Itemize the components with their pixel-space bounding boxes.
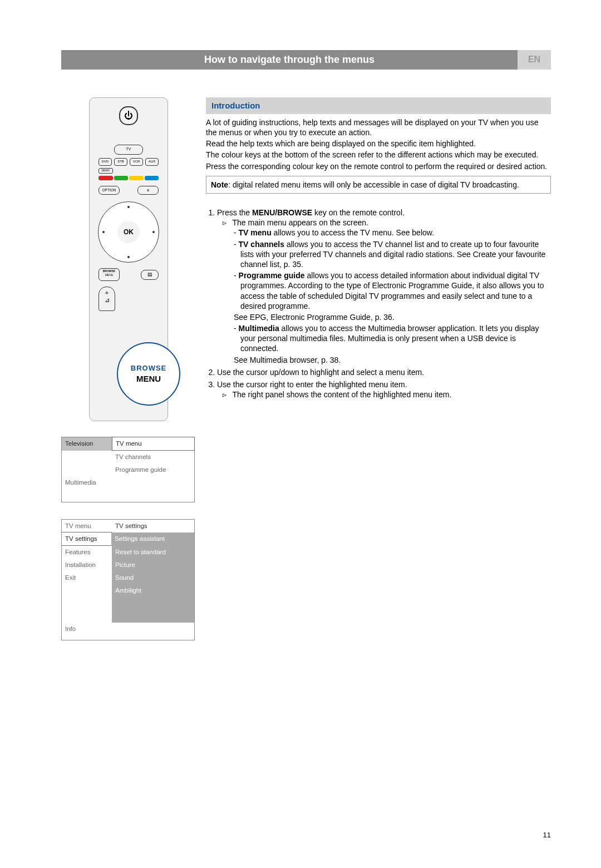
main-menu-preview: Television TV menu TV channels Programme… [61, 437, 195, 502]
tv-button: TV [114, 145, 143, 155]
vcr-button: VCR [130, 158, 143, 166]
color-keys [98, 176, 159, 180]
page-number: 11 [543, 831, 551, 840]
step-2: Use the cursor up/down to highlight and … [217, 367, 551, 377]
page-title: How to navigate through the menus [61, 50, 518, 70]
step-1: Press the MENU/BROWSE key on the remote … [217, 208, 551, 365]
osd2-picture: Picture [112, 559, 194, 571]
introduction-text: A lot of guiding instructions, help text… [206, 117, 551, 171]
option-button: OPTION [98, 186, 120, 195]
red-key [98, 176, 113, 180]
browse-menu-callout: BROWSE MENU [111, 345, 184, 401]
stb-button: STB [114, 158, 127, 166]
green-key [114, 176, 129, 180]
osd-television: Television [62, 437, 112, 451]
osd2-installation: Installation [62, 559, 112, 571]
osd2-exit: Exit [62, 571, 112, 584]
osd2-info: Info [62, 623, 194, 635]
introduction-heading: Introduction [206, 97, 551, 114]
a-button: a [137, 186, 159, 195]
manual-page: How to navigate through the menus EN ⏻ T… [0, 0, 601, 868]
aux-button: AUX [145, 158, 159, 166]
dpad: OK [98, 201, 159, 263]
osd-tv-channels: TV channels [112, 451, 194, 463]
volume-button: + ⊿ [98, 287, 115, 311]
osd2-settings-assistant: Settings assistant [111, 532, 194, 546]
note-box: Note: digital related menu items will on… [206, 176, 551, 194]
tv-menu-preview: TV menu TV settings TV settings Settings… [61, 519, 195, 640]
left-column: ⏻ TV DVD STB VCR AUX DEMO [61, 97, 195, 657]
osd2-head-right: TV settings [112, 520, 194, 532]
triangle-icon: ▹ [223, 389, 228, 400]
blue-key [145, 176, 159, 180]
language-badge: EN [518, 50, 551, 70]
osd2-sound: Sound [112, 571, 194, 584]
dvd-button: DVD [98, 158, 112, 166]
osd-tv-menu: TV menu [112, 437, 195, 451]
osd2-head-left: TV menu [62, 520, 112, 532]
remote-illustration: ⏻ TV DVD STB VCR AUX DEMO [78, 97, 178, 420]
steps-list: Press the MENU/BROWSE key on the remote … [206, 208, 551, 400]
osd2-features: Features [62, 546, 112, 559]
page-header: How to navigate through the menus EN [61, 50, 551, 70]
osd-multimedia: Multimedia [62, 476, 112, 489]
right-column: Introduction A lot of guiding instructio… [206, 97, 551, 657]
osd2-tv-settings: TV settings [62, 532, 112, 546]
power-icon: ⏻ [119, 106, 138, 125]
yellow-key [129, 176, 144, 180]
step-3: Use the cursor right to enter the highli… [217, 379, 551, 400]
browse-menu-button: BROWSE MENU [98, 268, 120, 281]
teletext-icon: ▤ [141, 270, 159, 280]
osd2-reset: Reset to standard [112, 546, 194, 559]
osd2-ambilight: Ambilight [112, 584, 194, 597]
demo-button: DEMO [98, 168, 113, 174]
triangle-icon: ▹ [223, 218, 228, 228]
osd-programme-guide: Programme guide [112, 463, 194, 476]
